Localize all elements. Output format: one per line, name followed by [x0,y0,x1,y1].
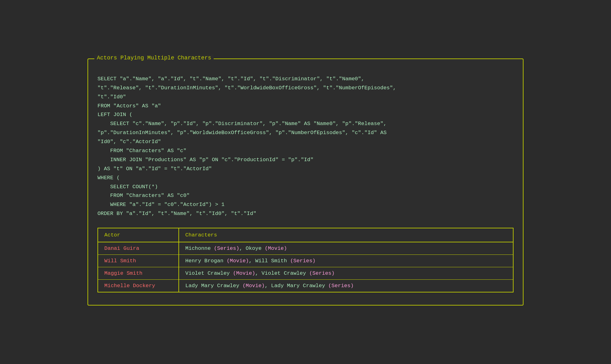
actor-cell: Maggie Smith [98,267,179,280]
character-name: Okoye [246,245,265,251]
character-name: Violet Crawley [262,270,309,276]
character-type: (Movie) [243,283,265,289]
character-name: Lady Mary Crawley [185,283,243,289]
sql-query: SELECT "a"."Name", "a"."Id", "t"."Name",… [97,75,514,218]
actor-name: Danai Guira [104,245,139,251]
character-type: (Series) [328,283,354,289]
character-separator: , [239,245,245,251]
table-row: Will SmithHenry Brogan (Movie), Will Smi… [98,255,513,267]
character-name: Violet Crawley [185,270,233,276]
characters-cell: Lady Mary Crawley (Movie), Lady Mary Cra… [179,280,513,292]
character-type: (Movie) [233,270,255,276]
character-type: (Series) [290,258,316,264]
panel-title: Actors Playing Multiple Characters [94,55,214,61]
character-type: (Series) [214,245,239,251]
actor-cell: Michelle Dockery [98,280,179,292]
col-header-characters: Characters [179,228,513,242]
actor-name: Will Smith [104,258,136,264]
character-type: (Movie) [227,258,249,264]
character-name: Henry Brogan [185,258,227,264]
character-separator: , [255,270,261,276]
table-row: Danai GuiraMichonne (Series), Okoye (Mov… [98,242,513,255]
results-table: Actor Characters Danai GuiraMichonne (Se… [97,228,514,292]
character-name: Michonne [185,245,214,251]
characters-cell: Michonne (Series), Okoye (Movie) [179,242,513,255]
character-separator: , [249,258,255,264]
actor-name: Maggie Smith [104,270,142,276]
character-name: Lady Mary Crawley [271,283,328,289]
character-name: Will Smith [255,258,290,264]
table-row: Michelle DockeryLady Mary Crawley (Movie… [98,280,513,292]
actor-cell: Will Smith [98,255,179,267]
character-type: (Movie) [265,245,287,251]
character-type: (Series) [309,270,335,276]
actor-cell: Danai Guira [98,242,179,255]
character-separator: , [265,283,271,289]
main-panel: Actors Playing Multiple Characters SELEC… [88,58,523,306]
actor-name: Michelle Dockery [104,283,155,289]
characters-cell: Henry Brogan (Movie), Will Smith (Series… [179,255,513,267]
table-row: Maggie SmithViolet Crawley (Movie), Viol… [98,267,513,280]
col-header-actor: Actor [98,228,179,242]
characters-cell: Violet Crawley (Movie), Violet Crawley (… [179,267,513,280]
